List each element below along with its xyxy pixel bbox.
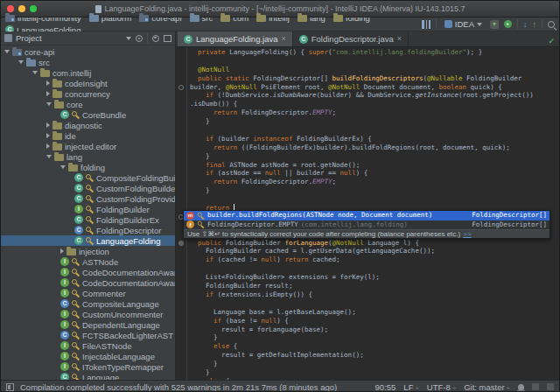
- tree-item-core[interactable]: core: [1, 99, 175, 109]
- tree-item-injected-editor[interactable]: injected.editor: [1, 141, 175, 151]
- status-lf[interactable]: LF: [403, 382, 418, 392]
- local-changes-icon[interactable]: [422, 20, 430, 29]
- completion-item-builder-buildfoldreg[interactable]: mbuilder.buildFoldRegions(ASTNode node, …: [184, 211, 550, 220]
- tree-item-customfoldingbuilder[interactable]: CCustomFoldingBuilder: [1, 183, 175, 193]
- zoom-button[interactable]: [30, 5, 37, 12]
- tree-item-foldingdescriptor[interactable]: CFoldingDescriptor: [1, 225, 175, 235]
- collapse-arrow-icon[interactable]: [60, 248, 64, 254]
- close-icon[interactable]: ×: [282, 35, 286, 43]
- tab-languagefolding-java[interactable]: CLanguageFolding.java×: [178, 32, 293, 46]
- gear-icon[interactable]: [152, 35, 159, 42]
- tree-item-injectablelanguage[interactable]: IInjectableLanguage: [1, 351, 175, 361]
- tree-item-languagefolding[interactable]: CLanguageFolding: [1, 235, 175, 246]
- tree-item-concurrency[interactable]: concurrency: [1, 88, 175, 99]
- tree-item-label: FoldingDescriptor: [96, 226, 161, 235]
- run-button[interactable]: ▸: [504, 20, 512, 28]
- view-mode-chevron-icon[interactable]: [126, 37, 131, 40]
- tree-item-codedocumentationawarecommenter[interactable]: ICodeDocumentationAwareCommenter: [1, 267, 175, 277]
- collapse-arrow-icon[interactable]: [46, 91, 50, 96]
- tree-item-label: CustomFoldingProvider: [96, 194, 175, 204]
- update-project-icon[interactable]: ↓: [523, 20, 528, 29]
- collapse-arrow-icon[interactable]: [46, 122, 50, 128]
- iface-icon: I: [60, 257, 69, 266]
- key-icon: [72, 258, 80, 266]
- inspection-status-icon[interactable]: ✓: [548, 37, 555, 46]
- expand-arrow-icon[interactable]: [4, 50, 10, 53]
- minimize-button[interactable]: [18, 5, 25, 12]
- tree-item-src[interactable]: src: [1, 57, 175, 67]
- collapse-arrow-icon[interactable]: [46, 144, 50, 149]
- expand-arrow-icon[interactable]: [60, 165, 66, 169]
- tree-item-lang[interactable]: lang: [1, 151, 175, 162]
- fold-marker-icon[interactable]: [178, 85, 184, 90]
- code-line: return FoldingDescriptor.EMPTY;: [190, 108, 559, 117]
- expand-arrow-icon[interactable]: [46, 155, 52, 158]
- iface-icon: I: [74, 205, 83, 214]
- search-icon[interactable]: [548, 21, 555, 28]
- tree-item-itokentyperemapper[interactable]: IITokenTypeRemapper: [1, 361, 175, 372]
- background-tasks-icon[interactable]: [532, 383, 539, 390]
- class-teal-icon: C: [74, 236, 83, 245]
- collapse-arrow-icon[interactable]: [46, 133, 50, 138]
- class-teal-icon: C: [60, 373, 69, 380]
- status-90-55[interactable]: 90:55: [375, 382, 396, 392]
- toolwindow-switcher-icon[interactable]: [6, 383, 14, 391]
- tree-item-fileastnode[interactable]: IFileASTNode: [1, 340, 175, 351]
- chevron-down-icon: [477, 23, 482, 26]
- tree-item-label: CompositeLanguage: [82, 299, 159, 309]
- event-log-icon[interactable]: [547, 383, 554, 390]
- expand-arrow-icon[interactable]: [46, 102, 52, 106]
- tree-item-language[interactable]: CLanguage: [1, 372, 175, 380]
- tree-item-compositefoldingbuilder[interactable]: CCompositeFoldingBuilder: [1, 172, 175, 183]
- editor[interactable]: private LanguageFolding() { super("com.i…: [176, 47, 559, 380]
- make-project-icon[interactable]: ▼: [490, 20, 499, 29]
- tab-foldingdescriptor-java[interactable]: CFoldingDescriptor.java×: [293, 32, 409, 46]
- project-tool-window-header: Project: [1, 32, 175, 46]
- editor-tab-bar: CLanguageFolding.java×CFoldingDescriptor…: [176, 32, 559, 47]
- status-utf-8[interactable]: UTF-8: [427, 382, 456, 392]
- class-teal-icon: C: [184, 35, 192, 44]
- tree-item-core-api[interactable]: core-api: [1, 46, 175, 57]
- tree-item-fctsbackedlighterast[interactable]: CFCTSBackedLighterAST: [1, 330, 175, 340]
- pkg-icon: [66, 248, 76, 256]
- close-icon[interactable]: ×: [397, 35, 402, 43]
- project-tree[interactable]: core-apisrccom.intellijcodeInsightconcur…: [1, 46, 175, 380]
- expand-arrow-icon[interactable]: [18, 60, 24, 64]
- commit-changes-icon[interactable]: ↑: [533, 20, 537, 29]
- tree-item-dependentlanguage[interactable]: IDependentLanguage: [1, 319, 175, 330]
- tree-item-injection[interactable]: injection: [1, 246, 175, 256]
- code-line: List<FoldingBuilder> extensions = forKey…: [190, 273, 559, 282]
- completion-hint-link[interactable]: >>: [463, 230, 471, 238]
- scroll-from-source-icon[interactable]: [136, 35, 143, 42]
- tree-item-astnode[interactable]: IASTNode: [1, 256, 175, 267]
- code-line: }: [190, 117, 559, 126]
- tree-item-ide[interactable]: ide: [1, 130, 175, 141]
- tree-item-foldingbuilderex[interactable]: CFoldingBuilderEx: [1, 214, 175, 225]
- tree-item-codedocumentationawarecommenterex[interactable]: ICodeDocumentationAwareCommenterEx: [1, 277, 175, 288]
- tree-item-diagnostic[interactable]: diagnostic: [1, 120, 175, 130]
- tree-item-label: Commenter: [82, 289, 126, 298]
- run-configuration-select[interactable]: IDEA: [442, 19, 485, 29]
- tree-item-customuncommenter[interactable]: ICustomUncommenter: [1, 309, 175, 319]
- override-marker-icon[interactable]: [178, 241, 184, 246]
- hide-panel-icon[interactable]: [164, 35, 172, 42]
- completion-item-foldingdescriptor-em[interactable]: fFoldingDescriptor.EMPTY (com.intellij.l…: [184, 220, 550, 230]
- tree-item-customfoldingprovider[interactable]: CCustomFoldingProvider: [1, 193, 175, 204]
- tree-item-codeinsight[interactable]: codeInsight: [1, 78, 175, 88]
- status-git-master[interactable]: Git: master: [464, 382, 510, 392]
- module-icon: [139, 15, 149, 22]
- tree-item-folding[interactable]: folding: [1, 162, 175, 172]
- close-button[interactable]: [7, 5, 14, 12]
- collapse-arrow-icon[interactable]: [46, 80, 50, 86]
- hector-icon[interactable]: [518, 384, 524, 390]
- pkg-icon: [220, 15, 230, 22]
- tree-item-com-intellij[interactable]: com.intellij: [1, 67, 175, 78]
- tree-item-compositelanguage[interactable]: CCompositeLanguage: [1, 298, 175, 309]
- tree-item-label: ASTNode: [82, 257, 118, 267]
- expand-arrow-icon[interactable]: [32, 71, 38, 74]
- project-icon: [4, 34, 12, 42]
- tree-item-corebundle[interactable]: CCoreBundle: [1, 109, 175, 120]
- tree-item-commenter[interactable]: ICommenter: [1, 288, 175, 298]
- tree-item-label: CodeDocumentationAwareCommenter: [82, 268, 175, 277]
- tree-item-foldingbuilder[interactable]: IFoldingBuilder: [1, 204, 175, 214]
